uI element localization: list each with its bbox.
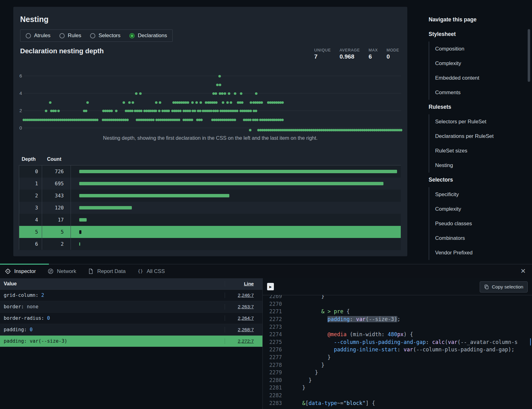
radio-option-selectors[interactable]: Selectors — [90, 33, 120, 39]
page-nav-item-embedded-content[interactable]: Embedded content — [429, 71, 531, 85]
code-viewer[interactable]: 2269 }22702271 & > pre {2272 padding: va… — [263, 295, 532, 409]
declaration-row[interactable]: border-radius: 02,264:7 — [0, 313, 262, 324]
code-line: 2271 & > pre { — [263, 308, 532, 315]
depth-table-row[interactable]: 62 — [19, 238, 401, 250]
copy-selection-button[interactable]: Copy selection — [480, 281, 528, 292]
code-token: ); — [508, 346, 514, 353]
depth-table-row[interactable]: 55 — [19, 226, 401, 238]
tab-inspector[interactable]: Inspector — [5, 268, 36, 275]
stat-value: 0 — [387, 53, 399, 60]
code-line: 2274 @media (min-width: 480px) { — [263, 331, 532, 338]
code-text: --column-plus-padding-and-gap: calc(var(… — [296, 339, 518, 345]
page-nav-item-declarations-per-ruleset[interactable]: Declarations per RuleSet — [429, 129, 531, 143]
value-table-header: Value Line — [0, 278, 262, 290]
depth-cell: 2 — [19, 193, 42, 199]
bar-cell — [71, 194, 401, 197]
page-nav-group: Selectors per RuleSetDeclarations per Ru… — [429, 114, 531, 173]
page-nav-item-selectors-per-ruleset[interactable]: Selectors per RuleSet — [429, 114, 531, 129]
code-token — [296, 339, 334, 345]
radio-option-declarations[interactable]: Declarations — [129, 33, 167, 39]
radio-option-rules[interactable]: Rules — [59, 33, 81, 39]
depth-table-header: Depth Count — [19, 153, 401, 165]
code-token: --_avatar-column-s — [461, 339, 517, 345]
scrollbar-thumb[interactable] — [528, 29, 530, 82]
radio-circle — [26, 33, 31, 38]
line-column-header[interactable]: Line — [225, 281, 262, 287]
radio-label: Atrules — [34, 33, 50, 39]
stat-value: 6 — [369, 53, 378, 60]
tab-label: All CSS — [147, 268, 165, 275]
tab-network[interactable]: Network — [48, 268, 76, 275]
depth-table-row[interactable]: 2343 — [19, 190, 401, 202]
line-link[interactable]: 2,246:7 — [238, 292, 254, 298]
stat-average: AVERAGE0.968 — [340, 48, 360, 60]
page-nav-item-complexity[interactable]: Complexity — [429, 56, 531, 71]
depth-cell: 1 — [19, 181, 42, 187]
network-icon — [48, 268, 54, 274]
page-nav-item-pseudo-classes[interactable]: Pseudo classes — [429, 216, 531, 231]
code-token — [296, 308, 321, 314]
page-nav-item-composition[interactable]: Composition — [429, 42, 531, 56]
line-number: 2272 — [263, 316, 282, 322]
line-link[interactable]: 2,272:7 — [238, 338, 254, 344]
nesting-type-radio-group: AtrulesRulesSelectorsDeclarations — [20, 29, 173, 42]
nesting-card: Nesting AtrulesRulesSelectorsDeclaration… — [13, 7, 407, 256]
line-link[interactable]: 2,263:7 — [238, 304, 254, 309]
line-link-cell: 2,272:7 — [225, 338, 262, 344]
code-token: ( — [365, 316, 369, 322]
code-token — [296, 400, 302, 406]
stat-unique: UNIQUE7 — [314, 48, 331, 60]
line-link-cell: 2,268:7 — [225, 327, 262, 332]
code-token: ( — [413, 346, 416, 353]
code-token: : — [397, 346, 404, 353]
depth-table-row[interactable]: 0726 — [19, 165, 401, 178]
depth-column-header: Depth — [19, 156, 42, 162]
stat-max: MAX6 — [369, 48, 378, 60]
code-panel-toolbar: ▶ Copy selection — [263, 278, 532, 295]
page-nav-item-complexity[interactable]: Complexity — [429, 202, 531, 216]
bar-cell — [71, 242, 401, 246]
token: padding — [4, 327, 24, 332]
svg-text:{}: {} — [138, 269, 143, 274]
line-number: 2282 — [263, 392, 282, 398]
count-bar — [79, 218, 87, 222]
count-bar — [79, 194, 229, 197]
code-line: 2272 padding: var(--size-3); — [263, 315, 532, 323]
depth-count-table: Depth Count 07261695234331204175562 — [19, 153, 401, 250]
code-text: } — [296, 295, 324, 299]
line-link[interactable]: 2,268:7 — [238, 327, 254, 332]
page-nav-item-specificity[interactable]: Specificity — [429, 187, 531, 202]
active-tab-indicator — [0, 264, 49, 265]
panel-expand-icon[interactable]: ▶ — [267, 283, 274, 290]
tab-report-data[interactable]: Report Data — [88, 268, 126, 275]
declaration-row[interactable]: grid-column: 22,246:7 — [0, 290, 262, 301]
page-nav-item-nesting[interactable]: Nesting — [429, 158, 531, 173]
code-text: &[data-type~="block"] { — [296, 400, 375, 406]
declaration-row[interactable]: padding: 02,268:7 — [0, 324, 262, 336]
radio-circle — [90, 33, 95, 38]
radio-option-atrules[interactable]: Atrules — [26, 33, 50, 39]
page-nav-item-comments[interactable]: Comments — [429, 85, 531, 100]
depth-table-row[interactable]: 1695 — [19, 178, 401, 190]
page-nav-item-ruleset-sizes[interactable]: RuleSet sizes — [429, 143, 531, 158]
code-token — [296, 316, 327, 322]
close-icon[interactable]: ✕ — [520, 267, 526, 275]
token: var(--size-3) — [30, 338, 67, 344]
page-nav-item-combinators[interactable]: Combinators — [429, 231, 531, 245]
page-nav-item-vendor-prefixed[interactable]: Vendor Prefixed — [429, 245, 531, 260]
depth-table-row[interactable]: 417 — [19, 214, 401, 226]
depth-table-row[interactable]: 3120 — [19, 202, 401, 214]
line-link[interactable]: 2,264:7 — [238, 315, 254, 321]
declaration-value: border: none — [0, 304, 225, 310]
tab-all-css[interactable]: {}All CSS — [137, 268, 165, 275]
line-number: 2280 — [263, 377, 282, 383]
page-nav-group: CompositionComplexityEmbedded contentCom… — [429, 42, 531, 100]
code-token: var — [448, 339, 457, 345]
code-text: @media (min-width: 480px) { — [296, 331, 413, 337]
token: border-radius — [4, 315, 41, 321]
declaration-row[interactable]: padding: var(--size-3)2,272:7 — [0, 336, 262, 347]
stat-label: MAX — [369, 48, 378, 52]
declaration-row[interactable]: border: none2,263:7 — [0, 301, 262, 313]
declaration-value: grid-column: 2 — [0, 292, 225, 298]
page: Nesting AtrulesRulesSelectorsDeclaration… — [0, 0, 532, 409]
